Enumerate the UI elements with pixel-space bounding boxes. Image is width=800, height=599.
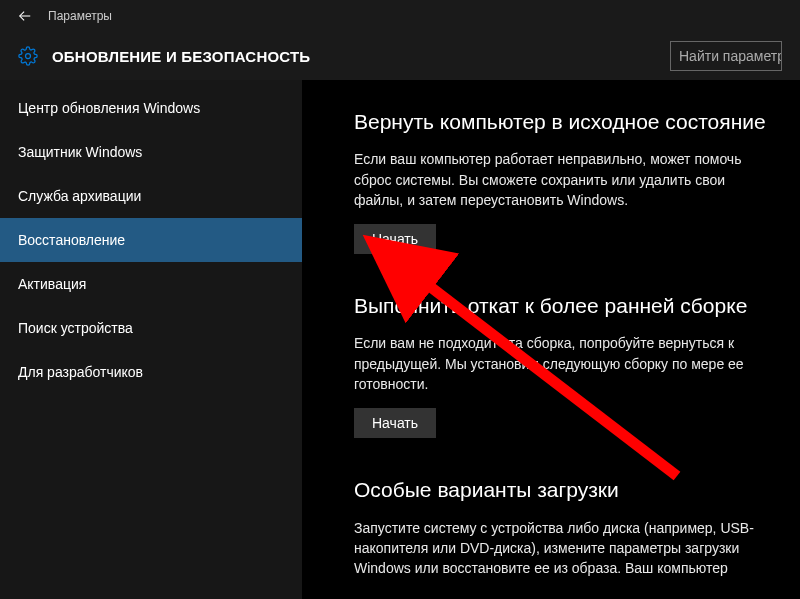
sidebar-item-windows-update[interactable]: Центр обновления Windows [0,86,302,130]
section-rollback: Выполнить откат к более ранней сборке Ес… [354,292,772,438]
back-button[interactable] [10,9,40,23]
sidebar-item-label: Активация [18,276,86,292]
sidebar-item-label: Для разработчиков [18,364,143,380]
section-description: Если вам не подходит эта сборка, попробу… [354,333,772,394]
gear-icon [18,46,38,66]
section-title: Особые варианты загрузки [354,476,772,503]
section-description: Запустите систему с устройства либо диск… [354,518,772,579]
section-description: Если ваш компьютер работает неправильно,… [354,149,772,210]
sidebar-item-defender[interactable]: Защитник Windows [0,130,302,174]
header: ОБНОВЛЕНИЕ И БЕЗОПАСНОСТЬ Найти параметр [0,32,800,80]
svg-point-0 [26,54,31,59]
sidebar-item-label: Поиск устройства [18,320,133,336]
section-title: Выполнить откат к более ранней сборке [354,292,772,319]
header-left: ОБНОВЛЕНИЕ И БЕЗОПАСНОСТЬ [18,46,310,66]
rollback-start-button[interactable]: Начать [354,408,436,438]
sidebar-item-find-device[interactable]: Поиск устройства [0,306,302,350]
sidebar-item-label: Центр обновления Windows [18,100,200,116]
back-arrow-icon [18,9,32,23]
page-heading: ОБНОВЛЕНИЕ И БЕЗОПАСНОСТЬ [52,48,310,65]
sidebar-item-label: Восстановление [18,232,125,248]
window-titlebar: Параметры [0,0,800,32]
content-area: Вернуть компьютер в исходное состояние Е… [302,80,800,599]
sidebar-item-backup[interactable]: Служба архивации [0,174,302,218]
reset-start-button[interactable]: Начать [354,224,436,254]
sidebar-item-label: Защитник Windows [18,144,142,160]
section-title: Вернуть компьютер в исходное состояние [354,108,772,135]
sidebar: Центр обновления Windows Защитник Window… [0,80,302,599]
sidebar-item-recovery[interactable]: Восстановление [0,218,302,262]
section-advanced-startup: Особые варианты загрузки Запустите систе… [354,476,772,578]
search-input[interactable]: Найти параметр [670,41,782,71]
sidebar-item-activation[interactable]: Активация [0,262,302,306]
sidebar-item-developers[interactable]: Для разработчиков [0,350,302,394]
sidebar-item-label: Служба архивации [18,188,141,204]
body: Центр обновления Windows Защитник Window… [0,80,800,599]
search-placeholder: Найти параметр [679,48,782,64]
section-reset-pc: Вернуть компьютер в исходное состояние Е… [354,108,772,254]
window-title: Параметры [48,9,112,23]
